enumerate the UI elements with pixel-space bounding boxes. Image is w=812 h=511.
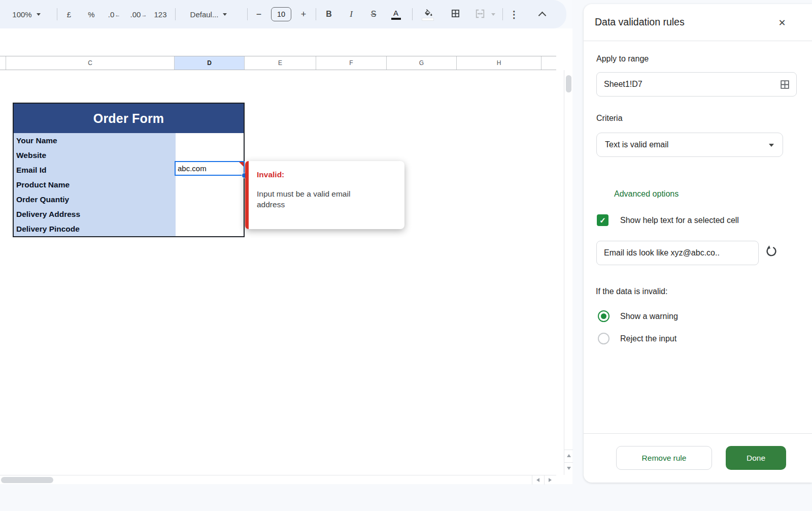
vertical-scrollbar-thumb[interactable] [566,75,571,92]
chevron-down-icon [37,13,41,16]
italic-icon: I [350,9,353,19]
field-label-cell[interactable]: Your Name [14,133,176,148]
field-label-cell[interactable]: Delivery Address [14,207,176,221]
decrease-decimal-button[interactable]: .0 ← [103,4,123,24]
tooltip-message: Input must be a valid email address [257,188,350,210]
chevron-down-icon [769,144,774,147]
percent-format-button[interactable]: % [83,4,100,24]
scroll-left-button[interactable] [532,475,544,485]
field-label-cell[interactable]: Website [14,148,176,163]
font-family-selector[interactable]: Defaul... [180,4,237,24]
field-value-cell[interactable] [176,133,244,148]
done-button[interactable]: Done [726,446,786,470]
increase-font-size-button[interactable]: + [296,4,311,24]
increase-decimal-button[interactable]: .00 → [126,4,149,24]
strikethrough-icon: S [371,10,377,19]
field-value-cell[interactable] [176,192,244,207]
horizontal-scrollbar[interactable] [0,475,556,484]
radio-dot [601,313,606,319]
triangle-up-icon [567,454,571,457]
column-header-c[interactable]: C [6,56,175,70]
field-label-cell[interactable]: Delivery Pincode [14,221,176,236]
column-header-g[interactable]: G [387,56,457,70]
percent-icon: % [88,10,94,19]
merge-options-dropdown[interactable] [488,4,498,24]
criteria-dropdown[interactable]: Text is valid email [596,133,783,157]
column-header-f[interactable]: F [316,56,387,70]
bold-button[interactable]: B [321,4,337,24]
scroll-right-button[interactable] [544,475,556,485]
show-help-text-label: Show help text for a selected cell [620,216,739,225]
column-header-e[interactable]: E [245,56,316,70]
cell-value: abc.com [178,164,207,173]
criteria-value: Text is valid email [597,140,668,149]
field-value-cell[interactable] [176,207,244,221]
borders-icon [450,8,461,20]
spreadsheet-canvas [0,28,572,484]
close-panel-button[interactable]: ✕ [774,15,790,30]
chevron-down-icon [223,13,227,16]
show-warning-radio[interactable] [598,310,610,322]
decrease-font-size-button[interactable]: − [251,4,266,24]
apply-to-range-label: Apply to range [596,54,649,63]
italic-button[interactable]: I [343,4,359,24]
scroll-down-button[interactable] [564,462,573,474]
currency-format-button[interactable]: £ [61,4,77,24]
toolbar: 100% £ % .0 ← .00 → [0,0,566,28]
toolbar-background: 100% £ % .0 ← .00 → [0,0,572,31]
zoom-control[interactable]: 100% [4,4,49,24]
toolbar-divider [316,8,316,20]
scroll-up-button[interactable] [564,450,573,461]
toolbar-divider [247,8,248,20]
field-label-cell[interactable]: Order Quantiy [14,192,176,207]
field-value-cell[interactable] [176,221,244,236]
borders-button[interactable] [446,4,465,24]
panel-divider [584,433,812,434]
field-value-cell[interactable] [176,148,244,163]
more-options-button[interactable]: ⋮ [506,4,522,24]
column-header-partial[interactable] [0,56,6,70]
selected-cell-d7[interactable]: abc.com [175,161,245,176]
table-row: Product Name [14,177,244,192]
fill-color-button[interactable] [418,4,437,24]
plus-icon: + [301,9,307,20]
column-header-h[interactable]: H [457,56,542,70]
toolbar-divider [412,8,413,20]
column-headers: C D E F G H [0,56,556,70]
table-row: Delivery Pincode [14,221,244,236]
help-text-input[interactable]: Email ids look like xyz@abc.co.. [596,241,759,265]
help-text-value: Email ids look like xyz@abc.co.. [597,248,720,258]
merge-cells-button[interactable] [471,4,489,24]
order-form-title-cell[interactable]: Order Form [14,104,244,133]
column-header-partial[interactable] [542,56,556,70]
minus-icon: − [256,9,262,20]
horizontal-scrollbar-thumb[interactable] [1,477,53,483]
field-label-cell[interactable]: Product Name [14,177,176,192]
chevron-up-icon [538,12,546,20]
text-color-button[interactable]: A [387,4,405,24]
font-size-input[interactable]: 10 [271,7,291,21]
toolbar-divider [502,8,503,20]
tooltip-error-bar [245,161,249,229]
column-header-d-selected[interactable]: D [175,56,245,70]
google-sheets-app: 100% £ % .0 ← .00 → [0,0,812,511]
chevron-down-icon [491,13,495,16]
text-color-icon: A [391,9,401,20]
reset-help-text-button[interactable] [762,243,781,261]
field-value-cell[interactable] [176,177,244,192]
advanced-options-link[interactable]: Advanced options [614,189,679,199]
show-help-text-checkbox[interactable]: ✓ [597,214,608,226]
vertical-scrollbar[interactable] [564,70,572,475]
more-vert-icon: ⋮ [510,9,519,20]
more-formats-button[interactable]: 123 [151,4,170,24]
strikethrough-button[interactable]: S [365,4,382,24]
collapse-toolbar-button[interactable] [533,4,551,24]
reject-input-radio[interactable] [598,333,610,344]
field-label-cell[interactable]: Email Id [14,163,176,177]
select-range-grid-icon[interactable] [780,79,790,92]
remove-rule-button[interactable]: Remove rule [616,446,712,470]
range-value: Sheet1!D7 [597,80,642,89]
decrease-decimal-icon: .0 ← [108,10,119,19]
table-row: Your Name [14,133,244,148]
range-input[interactable]: Sheet1!D7 [596,72,797,97]
